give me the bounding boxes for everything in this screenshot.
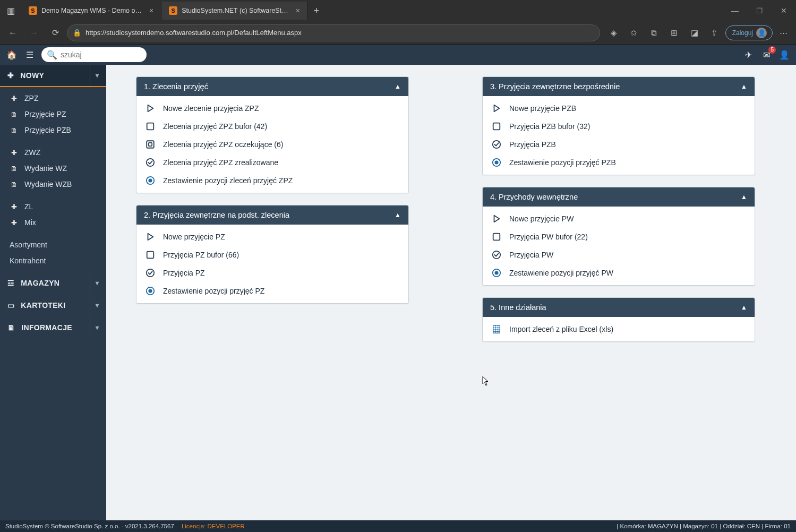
browser-tab-1[interactable]: S StudioSystem.NET (c) SoftwareSt… × — [161, 2, 308, 20]
section-label: MAGAZYN — [21, 279, 59, 287]
app-shell: 🏠 ☰ 🔍 ✈ ✉ 5 👤 ✚ NOWY ▾ ✚ ZPZ — [0, 45, 796, 532]
mail-icon[interactable]: ✉ 5 — [760, 48, 773, 61]
row-label: Zestawienie pozycji przyjęć PZ — [163, 287, 264, 295]
new-tab-button[interactable]: + — [308, 5, 325, 16]
chevron-down-icon[interactable]: ▾ — [90, 272, 99, 294]
upload-icon[interactable]: ✈ — [742, 48, 755, 61]
collapse-icon[interactable]: ▲ — [395, 211, 401, 219]
favorites-icon[interactable]: ✩ — [624, 24, 644, 41]
close-icon[interactable]: × — [149, 6, 153, 15]
collapse-icon[interactable]: ▲ — [741, 193, 747, 201]
user-icon[interactable]: 👤 — [778, 48, 791, 61]
sidebar-section-nowy[interactable]: ✚ NOWY ▾ — [0, 65, 106, 87]
chevron-down-icon[interactable]: ▾ — [90, 65, 99, 86]
panel-header[interactable]: 1. Zlecenia przyjęć▲ — [136, 77, 408, 96]
login-button[interactable]: Zaloguj 👤 — [725, 25, 773, 40]
menu-toggle-icon[interactable]: ☰ — [23, 48, 36, 61]
sidebar-item-asortyment[interactable]: Asortyment — [0, 237, 106, 253]
check-icon — [145, 268, 156, 278]
panel-row[interactable]: Przyjęcia PZB — [483, 135, 755, 153]
collapse-icon[interactable]: ▲ — [741, 304, 747, 311]
panel-row[interactable]: Przyjęcia PW — [483, 246, 755, 264]
sidebar-item-label: Przyjęcie PZB — [24, 126, 71, 134]
sidebar-section-kartoteki[interactable]: ▭ KARTOTEKI ▾ — [0, 294, 106, 316]
browser-tab-strip: ▥ S Demo Magazyn WMS - Demo o… × S Studi… — [0, 0, 796, 21]
panel-header[interactable]: 2. Przyjęcia zewnętrzne na podst. zlecen… — [136, 205, 408, 225]
extensions-icon[interactable]: ⊞ — [665, 24, 684, 41]
panel-2: 2. Przyjęcia zewnętrzne na podst. zlecen… — [136, 205, 409, 304]
svg-point-15 — [493, 251, 500, 259]
maximize-button[interactable]: ☐ — [747, 0, 772, 21]
panel-header[interactable]: 5. Inne działania▲ — [483, 298, 755, 317]
share-icon[interactable]: ⇪ — [705, 24, 724, 41]
panel-row[interactable]: Nowe przyjęcie PZ — [136, 228, 408, 246]
sidebar-item-zpz[interactable]: ✚ ZPZ — [0, 90, 106, 106]
sidebar-item-mix[interactable]: ✚ Mix — [0, 214, 106, 230]
panel-row[interactable]: Zestawienie pozycji przyjęć PW — [483, 264, 755, 282]
chevron-down-icon[interactable]: ▾ — [90, 316, 99, 339]
row-label: Przyjęcia PZ — [163, 269, 205, 277]
panel-row[interactable]: Nowe przyjęcie PZB — [483, 99, 755, 117]
dot-icon — [491, 157, 502, 168]
sidebar-item-label: Przyjęcie PZ — [24, 110, 66, 118]
collections-icon[interactable]: ⧉ — [645, 24, 664, 41]
browser-toolbar: ← → ⟳ 🔒 https://studiosystemdemo.softwar… — [0, 21, 796, 45]
panel-row[interactable]: Zlecenia przyjęć ZPZ oczekujące (6) — [136, 135, 408, 153]
chevron-down-icon[interactable]: ▾ — [90, 294, 99, 316]
sidebar-item-zwz[interactable]: ✚ ZWZ — [0, 144, 106, 160]
more-icon[interactable]: ⋯ — [774, 24, 793, 41]
search-field[interactable]: 🔍 — [41, 47, 147, 62]
svg-rect-10 — [493, 123, 500, 130]
collapse-icon[interactable]: ▲ — [395, 83, 401, 90]
sidebar-item-kontrahent[interactable]: Kontrahent — [0, 253, 106, 269]
address-bar[interactable]: 🔒 https://studiosystemdemo.softwarestudi… — [67, 24, 600, 41]
panel-header[interactable]: 3. Przyjęcia zewnętrzne bezpośrednie▲ — [483, 77, 755, 96]
square-icon — [145, 121, 156, 132]
panel-row[interactable]: Zlecenia przyjęć ZPZ bufor (42) — [136, 117, 408, 135]
panel-title: 4. Przychody wewnętrzne — [490, 193, 578, 201]
dot-icon — [145, 175, 156, 186]
panel-row[interactable]: Import zleceń z pliku Excel (xls) — [483, 320, 755, 338]
favicon-icon: S — [169, 6, 177, 15]
sidebar-section-magazyn[interactable]: ☲ MAGAZYN ▾ — [0, 272, 106, 294]
panel-row[interactable]: Zestawienie pozycji przyjęć PZB — [483, 153, 755, 171]
panel-row[interactable]: Nowe zlecenie przyjęcia ZPZ — [136, 99, 408, 117]
panel-row[interactable]: Zestawienie pozycji zleceń przyjęć ZPZ — [136, 171, 408, 190]
svg-rect-14 — [493, 234, 500, 241]
row-label: Nowe przyjęcie PZ — [163, 233, 225, 241]
sidebar-section-informacje[interactable]: 🗎 INFORMACJE ▾ — [0, 316, 106, 339]
card-icon: ▭ — [7, 301, 14, 310]
close-icon[interactable]: × — [296, 6, 300, 15]
minimize-button[interactable]: ― — [723, 0, 747, 21]
panel-row[interactable]: Przyjęcia PZ bufor (66) — [136, 246, 408, 264]
panel-row[interactable]: Nowe przyjęcie PW — [483, 210, 755, 228]
sidebar-item-wzb[interactable]: 🗎 Wydanie WZB — [0, 176, 106, 192]
home-icon[interactable]: 🏠 — [5, 48, 18, 61]
sidebar-item-wz[interactable]: 🗎 Wydanie WZ — [0, 160, 106, 176]
refresh-button[interactable]: ⟳ — [46, 24, 65, 41]
collapse-icon[interactable]: ▲ — [741, 83, 747, 90]
svg-rect-18 — [493, 325, 500, 333]
check-icon — [491, 139, 502, 150]
sidebar-item-label: ZWZ — [24, 148, 40, 157]
tab-title: Demo Magazyn WMS - Demo o… — [41, 7, 142, 14]
sidebar-item-label: Mix — [24, 218, 36, 227]
panel-row[interactable]: Zlecenia przyjęć ZPZ zrealizowane — [136, 153, 408, 171]
sidebar-item-pzb[interactable]: 🗎 Przyjęcie PZB — [0, 122, 106, 138]
search-input[interactable] — [61, 50, 141, 59]
panel-row[interactable]: Przyjęcia PW bufor (22) — [483, 228, 755, 246]
close-window-button[interactable]: ✕ — [772, 0, 796, 21]
lock-icon: 🔒 — [73, 29, 81, 37]
sidebar-item-pz[interactable]: 🗎 Przyjęcie PZ — [0, 106, 106, 122]
tab-actions-icon[interactable]: ▥ — [0, 6, 21, 16]
panel-row[interactable]: Przyjęcia PZB bufor (32) — [483, 117, 755, 135]
back-button[interactable]: ← — [3, 24, 22, 41]
browser-tab-0[interactable]: S Demo Magazyn WMS - Demo o… × — [21, 2, 161, 20]
panel-row[interactable]: Przyjęcia PZ — [136, 264, 408, 282]
panel-header[interactable]: 4. Przychody wewnętrzne▲ — [483, 187, 755, 207]
browser-chrome: ▥ S Demo Magazyn WMS - Demo o… × S Studi… — [0, 0, 796, 45]
performance-icon[interactable]: ◪ — [685, 24, 704, 41]
panel-row[interactable]: Zestawienie pozycji przyjęć PZ — [136, 282, 408, 300]
tracking-icon[interactable]: ◈ — [604, 24, 623, 41]
sidebar-item-zl[interactable]: ✚ ZL — [0, 199, 106, 214]
